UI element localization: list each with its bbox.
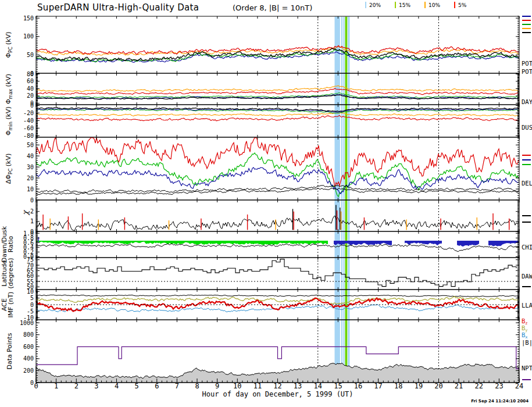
right-label-dawn-dusk-ratio: DAW xyxy=(522,273,532,280)
x-tick-label: 5 xyxy=(134,382,138,390)
series-black xyxy=(36,259,516,287)
x-tick-label: 24 xyxy=(515,382,523,390)
x-tick-label: 14 xyxy=(314,382,322,390)
y-tick-label: 5 xyxy=(30,295,34,301)
y-tick-label: 40 xyxy=(27,153,34,159)
panel-frame xyxy=(36,200,519,231)
right-legend-dash xyxy=(522,215,531,216)
y-axis-title-chi: χ xyxy=(22,210,29,215)
y-axis-title-latitude: Latitude(degrees) xyxy=(1,258,14,289)
y-tick-label: 600 xyxy=(23,344,34,350)
x-tick-label: 11 xyxy=(253,382,262,390)
right-label-ace-imf: |B| xyxy=(522,340,532,346)
y-tick-label: 50 xyxy=(27,52,34,58)
y-tick-label: 400 xyxy=(23,355,34,362)
y-tick-label: 1 xyxy=(30,218,34,224)
right-label-phi-min: DUS xyxy=(522,124,532,131)
y-tick-label: 0 xyxy=(30,302,34,308)
x-tick-label: 16 xyxy=(354,382,362,390)
right-legend-dash xyxy=(522,28,531,29)
panel-frame xyxy=(36,231,519,258)
right-legend-dash xyxy=(522,222,531,223)
y-tick-label: 150 xyxy=(23,15,34,22)
panel-frame xyxy=(36,137,519,200)
y-tick-label: 10 xyxy=(27,186,34,192)
series-purple-steps xyxy=(36,347,519,369)
panel-phi-max: 806040200 xyxy=(27,71,519,106)
y-tick-label: 1000 xyxy=(20,320,34,326)
right-legend-dash xyxy=(522,16,531,17)
series-black1 xyxy=(36,185,519,193)
series-black2 xyxy=(36,188,519,195)
y-tick-label: -20 xyxy=(23,110,34,116)
series-bx xyxy=(36,305,519,312)
panel-phi-min: 0-20-40-60-80 xyxy=(23,102,519,139)
series-red xyxy=(36,88,519,95)
x-tick-label: 13 xyxy=(294,382,302,390)
y-tick-label: 40 xyxy=(27,85,34,92)
y-tick-label: 30 xyxy=(27,164,34,170)
x-tick-label: 21 xyxy=(455,382,463,390)
panel-dawn-dusk-ratio: 1.00.80.60.40.20.0 xyxy=(23,230,519,260)
right-label-phi-pc: POT xyxy=(522,60,532,67)
x-tick-label: 10 xyxy=(233,382,241,390)
y-tick-label: -40 xyxy=(23,117,34,124)
right-label-chi: CHI xyxy=(522,244,532,251)
x-tick-label: 0 xyxy=(34,382,38,390)
series-green xyxy=(36,49,519,62)
panel-data-points: 10008006004002000 xyxy=(20,320,519,386)
y-tick-label: 60 xyxy=(27,78,34,84)
x-tick-label: 17 xyxy=(374,382,382,390)
right-legend-dash xyxy=(522,164,531,165)
y-tick-label: 100 xyxy=(23,33,34,40)
right-label-data-points: NPT xyxy=(522,365,532,372)
series-orange xyxy=(36,85,519,91)
plot-timestamp: Fri Sep 24 11:24:10 2004 xyxy=(471,399,529,404)
x-tick-label: 1 xyxy=(54,382,58,390)
superdarn-plot: SuperDARN Ultra-High-Quality Data (Order… xyxy=(0,0,532,407)
x-tick-label: 19 xyxy=(415,382,423,390)
y-tick-label: 800 xyxy=(23,331,34,338)
series-orange xyxy=(36,47,519,56)
right-legend-dash xyxy=(522,286,531,287)
y-axis-title-dawn-dusk-ratio: Dawn/DuskRatio xyxy=(1,226,14,262)
y-tick-label: 20 xyxy=(27,92,34,99)
x-tick-label: 3 xyxy=(94,382,98,390)
y-tick-label: 20 xyxy=(27,175,34,181)
series-black xyxy=(36,216,519,231)
y-tick-label: 2 xyxy=(30,208,34,215)
x-tick-label: 23 xyxy=(495,382,503,390)
y-tick-label: -80 xyxy=(23,133,34,139)
right-legend-dash xyxy=(522,155,531,156)
x-tick-label: 15 xyxy=(334,382,342,390)
y-tick-label: -60 xyxy=(23,125,34,131)
right-legend-dash xyxy=(522,159,531,160)
right-label-delta-phi-pc: DEL xyxy=(522,180,532,187)
series-bmag xyxy=(36,295,519,297)
x-tick-label: 2 xyxy=(74,382,78,390)
x-tick-label: 4 xyxy=(115,382,119,390)
y-tick-label: 50 xyxy=(27,142,34,148)
y-tick-label: 10 xyxy=(27,288,34,295)
right-legend-dash xyxy=(522,20,531,21)
y-axis-title-phi-pc: ΦPC (kV) xyxy=(5,31,14,58)
y-axis-title-ace-imf: ACEIMF (nT) xyxy=(1,292,14,318)
x-tick-label: 22 xyxy=(475,382,483,390)
series-black xyxy=(36,244,519,252)
panel-phi-pc: 150100500 xyxy=(23,15,519,77)
y-tick-label: -5 xyxy=(27,308,34,315)
panel-delta-phi-pc: 50403020100 xyxy=(27,137,519,204)
y-tick-label: 0 xyxy=(30,102,34,109)
x-axis-title: Hour of day on December, 5 1999 (UT) xyxy=(36,390,519,398)
right-label-latitude: LLAT xyxy=(522,302,532,309)
series-orange xyxy=(36,113,519,116)
panel-frame xyxy=(36,73,519,105)
series-band-segment xyxy=(488,241,519,247)
y-tick-label: 0 xyxy=(30,197,34,204)
series-band-segment xyxy=(457,241,479,247)
right-legend-dash xyxy=(522,24,531,25)
plot-canvas: 1501005008060402000-20-40-60-80504030201… xyxy=(0,0,532,407)
panel-frame xyxy=(36,16,519,73)
panel-ace-imf: 1050-5-10 xyxy=(23,288,519,321)
x-tick-label: 7 xyxy=(175,382,179,390)
